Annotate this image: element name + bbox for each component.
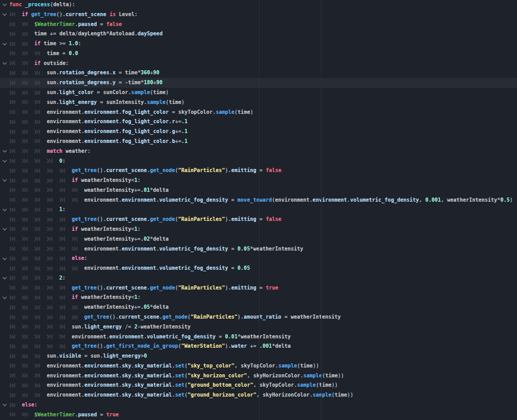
code-line[interactable]: $WeatherTimer.paused = true <box>0 410 517 420</box>
token: weatherIntensity <box>444 197 497 203</box>
code-line[interactable]: else: <box>0 400 517 410</box>
token: environment <box>47 138 81 144</box>
token: (). <box>109 314 118 320</box>
code-line[interactable]: if weatherIntensity<1: <box>0 225 517 234</box>
tab-indent-icon <box>59 312 72 322</box>
code-line[interactable]: else: <box>0 254 517 264</box>
code-line[interactable]: get_tree().current_scene.get_node("RainP… <box>0 283 517 293</box>
code-line[interactable]: if weatherIntensity<1: <box>0 176 517 186</box>
fold-arrow-icon[interactable] <box>1 293 8 303</box>
code-line[interactable]: environment.environment.sky.sky_material… <box>0 380 517 390</box>
code-line[interactable]: weatherIntensity+=.05*delta <box>0 303 517 312</box>
fold-arrow-icon[interactable] <box>1 0 8 10</box>
token: environment <box>47 392 81 398</box>
fold-arrow-icon[interactable] <box>1 225 8 234</box>
code-line[interactable]: sun.light_color = sunColor.sample(time) <box>0 88 517 98</box>
tab-indent-icon <box>34 156 47 166</box>
token: ) <box>181 99 184 105</box>
token: sample <box>303 373 322 378</box>
token: light_energy <box>59 99 97 105</box>
token: : <box>78 41 81 46</box>
fold-arrow-icon[interactable] <box>1 176 8 186</box>
code-line[interactable]: sun.light_energy = sunIntensity.sample(t… <box>0 98 517 108</box>
tab-indent-icon <box>22 98 34 108</box>
code-text: sun.visible = sun.light_energy>0 <box>9 353 147 359</box>
fold-arrow-icon[interactable] <box>1 156 8 166</box>
code-line[interactable]: environment.environment.sky.sky_material… <box>0 361 517 371</box>
tab-indent-icon <box>9 380 22 390</box>
tab-indent-icon <box>59 234 72 244</box>
token: ) <box>166 89 169 95</box>
code-line[interactable]: environment.environment.volumetric_fog_d… <box>0 244 517 254</box>
fold-arrow-icon[interactable] <box>1 39 8 49</box>
code-line[interactable]: weatherIntensity+=.02*delta <box>0 234 517 244</box>
code-line[interactable]: get_tree().get_first_node_in_group("Wate… <box>0 342 517 351</box>
token: weatherIntensity <box>84 236 134 242</box>
code-line[interactable]: 2: <box>0 273 517 283</box>
token: time <box>335 392 347 398</box>
code-line[interactable]: environment.environment.fog_light_color.… <box>0 137 517 147</box>
code-line[interactable]: func _process(delta): <box>0 0 517 10</box>
token: : <box>62 206 65 212</box>
code-line[interactable]: if get_tree().current_scene is Level: <box>0 10 517 20</box>
tab-indent-icon <box>34 147 47 156</box>
code-line[interactable]: time += delta/dayLength*Autoload.daySpee… <box>0 29 517 39</box>
code-line[interactable]: environment.environment.sky.sky_material… <box>0 390 517 400</box>
code-line[interactable]: 1: <box>0 205 517 215</box>
fold-arrow-icon[interactable] <box>1 273 8 283</box>
tab-indent-icon <box>47 244 59 254</box>
code-line[interactable]: environment.environment.sky.sky_material… <box>0 371 517 381</box>
tab-indent-icon <box>9 78 22 88</box>
tab-indent-icon <box>22 88 34 98</box>
code-line-current[interactable]: sun.rotation_degrees.y = -time*180+90 <box>0 78 517 88</box>
code-line[interactable]: get_tree().current_scene.get_node("RainP… <box>0 312 517 322</box>
token: environment <box>84 138 118 144</box>
tab-indent-icon <box>9 49 22 59</box>
tab-indent-icon <box>47 186 59 195</box>
fold-arrow-icon[interactable] <box>1 254 8 264</box>
token: += <box>250 343 256 349</box>
code-line[interactable]: match weather: <box>0 147 517 156</box>
token: weatherIntensity <box>84 187 134 193</box>
code-text: $WeatherTimer.paused = true <box>9 412 119 417</box>
code-line[interactable]: environment.environment.fog_light_color … <box>0 108 517 117</box>
code-line[interactable]: get_tree().current_scene.get_node("RainP… <box>0 215 517 225</box>
code-line[interactable]: environment.environment.fog_light_color.… <box>0 127 517 137</box>
tab-indent-icon <box>34 98 47 108</box>
code-line[interactable]: 0: <box>0 156 517 166</box>
fold-arrow-icon[interactable] <box>1 10 8 20</box>
fold-arrow-icon[interactable] <box>1 59 8 69</box>
fold-arrow-icon[interactable] <box>1 205 8 215</box>
code-text: if time >= 1.0: <box>9 41 81 46</box>
tab-indent-icon <box>9 351 22 361</box>
fold-arrow-icon[interactable] <box>1 400 8 410</box>
fold-arrow-icon[interactable] <box>1 147 8 156</box>
tab-indent-icon <box>34 108 47 117</box>
code-editor[interactable]: func _process(delta):if get_tree().curre… <box>0 0 517 420</box>
token: else <box>72 255 84 261</box>
code-line[interactable]: environment.environment.volumetric_fog_d… <box>0 332 517 342</box>
code-line[interactable]: sun.light_energy /= 2-weatherIntensity <box>0 322 517 332</box>
code-line[interactable]: time = 0.0 <box>0 49 517 59</box>
code-line[interactable]: $WeatherTimer.paused = false <box>0 20 517 30</box>
code-line[interactable]: environment.environment.volumetric_fog_d… <box>0 264 517 273</box>
code-text: environment.environment.volumetric_fog_d… <box>9 334 291 339</box>
code-line[interactable]: get_tree().current_scene.get_node("RainP… <box>0 166 517 176</box>
tab-indent-icon <box>22 380 34 390</box>
code-line[interactable]: environment.environment.volumetric_fog_d… <box>0 195 517 205</box>
code-line[interactable]: if time >= 1.0: <box>0 39 517 49</box>
code-text: get_tree().current_scene.get_node("RainP… <box>9 314 341 320</box>
token: sample <box>131 89 150 95</box>
code-line[interactable]: sun.visible = sun.light_energy>0 <box>0 351 517 361</box>
code-line[interactable]: weatherIntensity+=.01*delta <box>0 186 517 195</box>
tab-indent-icon <box>9 147 22 156</box>
token: $WeatherTimer <box>34 412 75 417</box>
code-line[interactable]: if weatherIntensity<1: <box>0 293 517 303</box>
code-line[interactable]: if outside: <box>0 59 517 69</box>
token: .1 <box>181 138 188 144</box>
tab-indent-icon <box>72 303 84 312</box>
tab-indent-icon <box>22 176 34 186</box>
tab-indent-icon <box>9 332 22 342</box>
code-line[interactable]: environment.environment.fog_light_color.… <box>0 117 517 127</box>
code-line[interactable]: sun.rotation_degrees.x = time*360+90 <box>0 68 517 78</box>
